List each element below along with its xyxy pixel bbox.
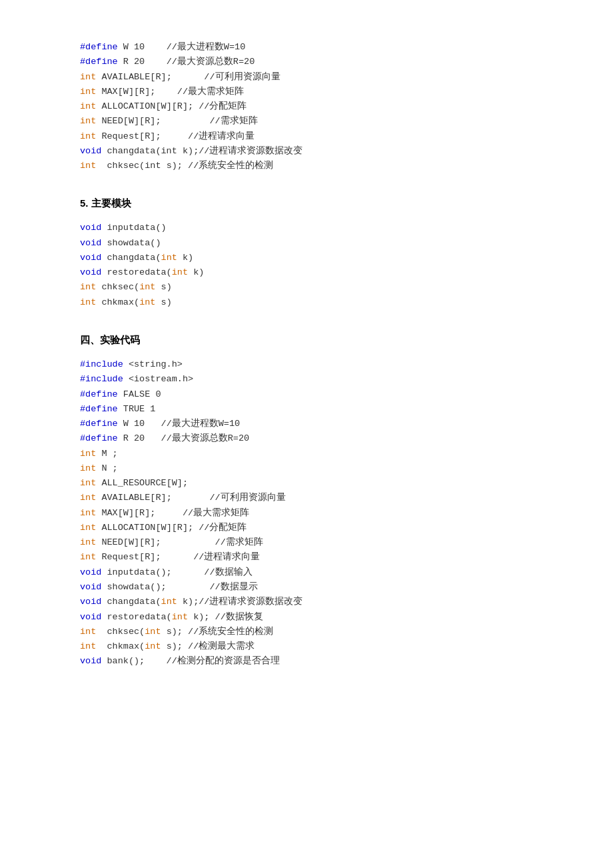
code-token-kw-int: int xyxy=(139,297,155,307)
code-token-kw-void: void xyxy=(80,612,101,622)
code-line: void showdata(); //数据显示 xyxy=(80,580,533,595)
code-token-kw-include: #include xyxy=(80,359,123,369)
code-line: void changdata(int k);//进程请求资源数据改变 xyxy=(80,595,533,609)
code-line: int Request[R]; //进程请求向量 xyxy=(80,129,533,144)
code-line: int N ; xyxy=(80,461,533,476)
page-content: #define W 10 //最大进程数W=10#define R 20 //最… xyxy=(80,40,533,669)
code-token-normal: ALLOCATION[W][R]; //分配矩阵 xyxy=(96,101,247,111)
code-token-normal: TRUE 1 xyxy=(118,404,156,414)
code-token-kw-int: int xyxy=(80,627,96,637)
code-token-kw-void: void xyxy=(80,582,101,592)
section-section4: 四、实验代码#include <string.h>#include <iostr… xyxy=(80,334,533,669)
code-line: int M ; xyxy=(80,447,533,461)
code-token-kw-void: void xyxy=(80,238,101,248)
code-token-normal: AVAILABLE[R]; //可利用资源向量 xyxy=(96,72,280,82)
code-line: int AVAILABLE[R]; //可利用资源向量 xyxy=(80,491,533,505)
code-token-kw-int: int xyxy=(80,297,96,307)
code-line: #define W 10 //最大进程数W=10 xyxy=(80,40,533,55)
code-token-normal: W 10 //最大进程数W=10 xyxy=(118,419,240,429)
code-token-kw-int: int xyxy=(145,641,161,651)
code-token-normal: chksec( xyxy=(96,627,145,637)
code-token-normal: showdata() xyxy=(101,238,161,248)
code-line: void restoredata(int k) xyxy=(80,265,533,280)
code-line: int MAX[W][R]; //最大需求矩阵 xyxy=(80,506,533,521)
code-token-normal: ALL_RESOURCE[W]; xyxy=(96,478,188,488)
code-token-normal: bank(); //检测分配的资源是否合理 xyxy=(101,656,279,666)
code-token-kw-define: #define xyxy=(80,389,118,399)
code-token-normal: <iostream.h> xyxy=(123,374,193,384)
code-token-kw-int: int xyxy=(80,508,96,518)
code-token-kw-int: int xyxy=(80,161,96,171)
code-token-kw-int: int xyxy=(172,612,188,622)
code-token-normal: restoredata( xyxy=(101,612,171,622)
code-token-normal: showdata(); //数据显示 xyxy=(101,582,257,592)
code-token-normal: k) xyxy=(188,267,204,277)
code-token-normal: changdata( xyxy=(101,597,161,607)
code-token-kw-int: int xyxy=(161,597,177,607)
code-token-normal: chksec(int s); //系统安全性的检测 xyxy=(96,161,273,171)
code-line: #define FALSE 0 xyxy=(80,387,533,402)
code-line: void restoredata(int k); //数据恢复 xyxy=(80,610,533,625)
section-section5: 5. 主要模块void inputdata()void showdata()vo… xyxy=(80,197,533,310)
code-line: int ALLOCATION[W][R]; //分配矩阵 xyxy=(80,99,533,114)
code-token-normal: chkmax( xyxy=(96,297,139,307)
code-token-kw-define: #define xyxy=(80,42,118,52)
code-token-normal: R 20 //最大资源总数R=20 xyxy=(118,57,255,67)
code-token-kw-void: void xyxy=(80,597,101,607)
code-line: #define W 10 //最大进程数W=10 xyxy=(80,417,533,431)
code-line: int ALLOCATION[W][R]; //分配矩阵 xyxy=(80,521,533,535)
code-token-normal: restoredata( xyxy=(101,267,171,277)
code-line: int AVAILABLE[R]; //可利用资源向量 xyxy=(80,70,533,85)
code-line: int chkmax(int s); //检测最大需求 xyxy=(80,639,533,654)
code-token-kw-void: void xyxy=(80,567,101,577)
code-line: int chkmax(int s) xyxy=(80,295,533,310)
code-token-normal: changdata( xyxy=(101,253,161,263)
code-token-normal: s); //系统安全性的检测 xyxy=(161,627,274,637)
code-token-kw-int: int xyxy=(172,267,188,277)
section-heading: 四、实验代码 xyxy=(80,334,533,347)
code-token-normal: s); //检测最大需求 xyxy=(161,641,255,651)
code-block: #include <string.h>#include <iostream.h>… xyxy=(80,357,533,669)
code-token-kw-define: #define xyxy=(80,433,118,443)
code-token-kw-int: int xyxy=(161,253,177,263)
code-token-kw-int: int xyxy=(145,627,161,637)
code-token-kw-int: int xyxy=(80,523,96,533)
code-line: #define TRUE 1 xyxy=(80,402,533,417)
code-token-normal: FALSE 0 xyxy=(118,389,161,399)
code-token-kw-int: int xyxy=(80,478,96,488)
code-line: #define R 20 //最大资源总数R=20 xyxy=(80,55,533,69)
code-line: void inputdata(); //数据输入 xyxy=(80,565,533,580)
code-token-normal: k); //数据恢复 xyxy=(188,612,263,622)
code-line: int NEED[W][R]; //需求矩阵 xyxy=(80,535,533,550)
code-token-kw-define: #define xyxy=(80,404,118,414)
code-token-normal: AVAILABLE[R]; //可利用资源向量 xyxy=(96,493,285,503)
code-token-normal: Request[R]; //进程请求向量 xyxy=(96,552,260,562)
code-line: #define R 20 //最大资源总数R=20 xyxy=(80,431,533,446)
code-token-kw-int: int xyxy=(80,131,96,141)
code-token-kw-void: void xyxy=(80,253,101,263)
code-line: int chksec(int s) xyxy=(80,280,533,295)
code-line: int MAX[W][R]; //最大需求矩阵 xyxy=(80,85,533,99)
code-token-normal: N ; xyxy=(96,463,117,473)
code-token-normal: ALLOCATION[W][R]; //分配矩阵 xyxy=(96,523,247,533)
section-globals: #define W 10 //最大进程数W=10#define R 20 //最… xyxy=(80,40,533,173)
code-line: int Request[R]; //进程请求向量 xyxy=(80,550,533,565)
code-token-kw-int: int xyxy=(80,72,96,82)
code-token-normal: changdata(int k);//进程请求资源数据改变 xyxy=(101,146,303,156)
code-token-kw-int: int xyxy=(80,463,96,473)
code-token-kw-int: int xyxy=(80,641,96,651)
code-token-kw-int: int xyxy=(139,282,155,292)
code-token-normal: Request[R]; //进程请求向量 xyxy=(96,131,255,141)
code-token-kw-int: int xyxy=(80,116,96,126)
code-line: int chksec(int s); //系统安全性的检测 xyxy=(80,159,533,173)
code-line: int NEED[W][R]; //需求矩阵 xyxy=(80,114,533,129)
code-token-normal: chksec( xyxy=(96,282,139,292)
code-token-normal: s) xyxy=(155,297,171,307)
code-token-kw-void: void xyxy=(80,656,101,666)
code-line: #include <iostream.h> xyxy=(80,372,533,387)
code-token-kw-void: void xyxy=(80,146,101,156)
code-line: void inputdata() xyxy=(80,221,533,235)
code-token-normal: M ; xyxy=(96,449,117,459)
code-token-normal: inputdata(); //数据输入 xyxy=(101,567,252,577)
code-token-normal: NEED[W][R]; //需求矩阵 xyxy=(96,116,257,126)
